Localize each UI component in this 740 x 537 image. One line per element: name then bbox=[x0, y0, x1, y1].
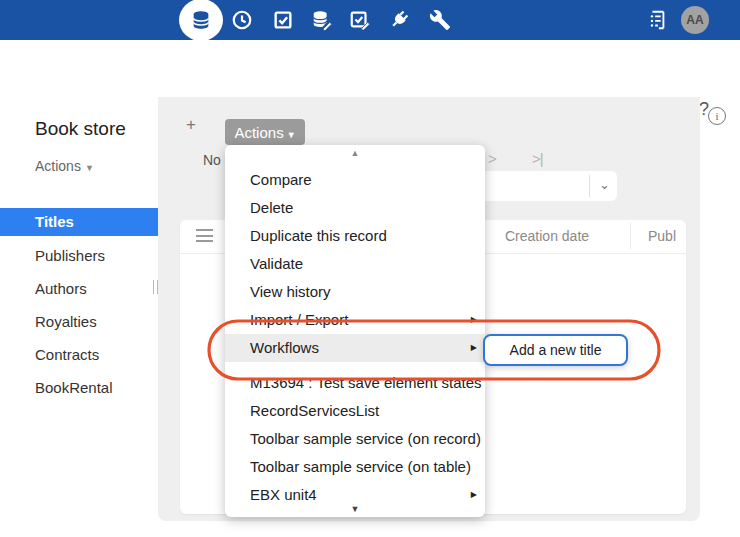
scroll-up-icon[interactable]: ▲ bbox=[225, 148, 485, 158]
sidebar-item-authors[interactable]: Authors bbox=[0, 275, 158, 303]
column-header-creation-date[interactable]: Creation date bbox=[505, 228, 589, 244]
sidebar-item-contracts[interactable]: Contracts bbox=[0, 341, 158, 369]
data-model-edit-icon[interactable] bbox=[311, 9, 333, 31]
wrench-icon[interactable] bbox=[429, 9, 451, 31]
sidebar-item-publishers[interactable]: Publishers bbox=[0, 242, 158, 270]
menu-item-workflows[interactable]: Workflows▶ bbox=[225, 334, 485, 362]
top-navigation-bar: AA bbox=[0, 0, 740, 40]
sidebar: Book store Actions▼ Titles Publishers Au… bbox=[0, 97, 158, 537]
submenu-item-add-a-new-title[interactable]: Add a new title bbox=[483, 334, 628, 366]
screen: AA Master Data ▾ Titles ? Book store Act… bbox=[0, 0, 740, 537]
menu-item-delete[interactable]: Delete bbox=[225, 194, 485, 222]
last-page-icon[interactable]: >| bbox=[532, 150, 543, 167]
table-menu-icon[interactable] bbox=[196, 229, 213, 243]
column-divider bbox=[630, 223, 631, 249]
menu-item-view-history[interactable]: View history bbox=[225, 278, 485, 306]
menu-item-m13694[interactable]: M13694 : Test save element states bbox=[225, 369, 485, 397]
sidebar-item-royalties[interactable]: Royalties bbox=[0, 308, 158, 336]
menu-item-duplicate[interactable]: Duplicate this record bbox=[225, 222, 485, 250]
sidebar-title: Book store bbox=[35, 118, 126, 140]
search-options-chevron-icon[interactable]: ⌄ bbox=[599, 177, 610, 192]
next-page-icon[interactable]: > bbox=[488, 150, 497, 167]
checklist-icon[interactable] bbox=[272, 9, 294, 31]
record-count-text: No bbox=[203, 152, 221, 168]
menu-item-validate[interactable]: Validate bbox=[225, 250, 485, 278]
actions-dropdown-menu: ▲ Compare Delete Duplicate this record V… bbox=[225, 145, 485, 517]
menu-item-compare[interactable]: Compare bbox=[225, 166, 485, 194]
chevron-down-icon: ▼ bbox=[287, 130, 296, 140]
database-icon[interactable] bbox=[190, 9, 212, 31]
sidebar-item-bookrental[interactable]: BookRental bbox=[0, 374, 158, 402]
menu-item-recordserviceslist[interactable]: RecordServicesList bbox=[225, 397, 485, 425]
submenu-arrow-icon: ▶ bbox=[471, 306, 477, 334]
divider bbox=[589, 175, 590, 197]
column-header-publication[interactable]: Publ bbox=[648, 228, 676, 244]
actions-button[interactable]: Actions▼ bbox=[225, 119, 305, 145]
scroll-down-icon[interactable]: ▼ bbox=[225, 504, 485, 514]
page-header: Master Data ▾ Titles ? bbox=[0, 40, 740, 97]
avatar[interactable]: AA bbox=[681, 6, 709, 34]
chevron-down-icon: ▼ bbox=[85, 163, 94, 173]
menu-item-toolbar-on-record[interactable]: Toolbar sample service (on record) bbox=[225, 425, 485, 453]
perspective-icon[interactable] bbox=[646, 9, 668, 31]
menu-item-toolbar-on-table[interactable]: Toolbar sample service (on table) bbox=[225, 453, 485, 481]
plug-icon[interactable] bbox=[388, 9, 410, 31]
add-record-button[interactable]: + bbox=[186, 115, 196, 135]
sidebar-actions-menu[interactable]: Actions▼ bbox=[35, 158, 94, 174]
task-edit-icon[interactable] bbox=[349, 9, 371, 31]
menu-item-import-export[interactable]: Import / Export▶ bbox=[225, 306, 485, 334]
sidebar-item-titles[interactable]: Titles bbox=[0, 208, 158, 236]
clock-icon[interactable] bbox=[231, 9, 253, 31]
submenu-arrow-icon: ▶ bbox=[471, 334, 477, 362]
info-icon[interactable]: i bbox=[708, 107, 726, 125]
